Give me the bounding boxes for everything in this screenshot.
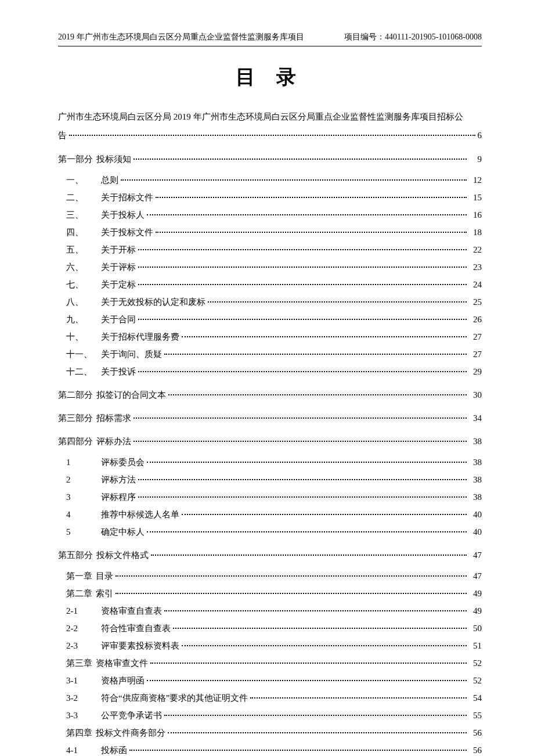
item-label: 符合性审查自查表	[101, 620, 171, 637]
item-number: 六、	[66, 258, 101, 276]
toc-part-header: 第四部分评标办法38	[58, 433, 482, 450]
part-number: 第二部分	[58, 386, 93, 404]
announcement-line2-label: 告	[58, 127, 67, 145]
item-page: 24	[469, 276, 482, 293]
dot-leader	[116, 593, 467, 594]
toc-item: 第三章资格审查文件52	[58, 654, 482, 672]
toc-item: 2评标方法38	[58, 471, 482, 488]
dot-leader	[151, 555, 467, 556]
item-number: 十一、	[66, 345, 101, 363]
toc-item: 3-2符合“供应商资格”要求的其他证明文件54	[58, 689, 482, 707]
item-page: 18	[469, 224, 482, 241]
dot-leader	[121, 179, 467, 181]
toc-announcement: 广州市生态环境局白云区分局 2019 年广州市生态环境局白云区分局重点企业监督性…	[58, 108, 482, 145]
dot-leader	[69, 135, 475, 136]
item-number: 九、	[66, 311, 101, 328]
header-right: 项目编号：440111-201905-101068-0008	[344, 32, 482, 42]
toc-title: 目 录	[58, 64, 482, 91]
item-page: 15	[469, 189, 482, 206]
toc-part-header: 第一部分投标须知9	[58, 150, 482, 168]
item-number: 1	[66, 453, 101, 471]
item-number: 第四章	[66, 724, 92, 741]
toc-item: 2-1资格审查自查表49	[58, 602, 482, 620]
header-rule	[58, 46, 482, 46]
item-page: 38	[469, 453, 482, 471]
dot-leader	[138, 371, 467, 372]
dot-leader	[134, 159, 467, 160]
dot-leader	[147, 531, 467, 532]
item-label: 投标文件商务部分	[96, 724, 165, 741]
item-label: 资格审查文件	[96, 654, 148, 672]
part-page: 47	[469, 546, 482, 564]
item-label: 总则	[101, 171, 118, 189]
item-page: 25	[469, 293, 482, 311]
item-number: 十、	[66, 328, 101, 345]
dot-leader	[182, 336, 467, 337]
item-label: 确定中标人	[101, 523, 145, 541]
item-page: 52	[469, 672, 482, 689]
item-label: 关于投标文件	[101, 224, 153, 241]
dot-leader	[147, 680, 467, 681]
item-number: 十二、	[66, 363, 101, 380]
item-label: 关于投标人	[101, 206, 145, 224]
toc-item: 三、关于投标人16	[58, 206, 482, 224]
dot-leader	[147, 214, 467, 215]
item-number: 三、	[66, 206, 101, 224]
item-page: 22	[469, 241, 482, 258]
toc-item: 第二章索引49	[58, 585, 482, 602]
item-number: 3-1	[66, 672, 101, 689]
toc-item: 八、关于无效投标的认定和废标25	[58, 293, 482, 311]
item-label: 公平竞争承诺书	[101, 707, 162, 724]
dot-leader	[138, 284, 467, 285]
item-number: 3-2	[66, 689, 101, 707]
part-label: 招标需求	[96, 409, 131, 427]
part-label: 投标须知	[96, 150, 131, 168]
part-label: 评标办法	[96, 433, 131, 450]
dot-leader	[164, 715, 467, 716]
item-label: 评标方法	[101, 471, 136, 488]
item-number: 一、	[66, 171, 101, 189]
dot-leader	[138, 267, 467, 268]
item-number: 2-3	[66, 637, 101, 654]
item-label: 索引	[96, 585, 113, 602]
toc-item: 3-3公平竞争承诺书55	[58, 707, 482, 724]
item-number: 四、	[66, 224, 101, 241]
item-number: 七、	[66, 276, 101, 293]
dot-leader	[156, 232, 467, 233]
item-page: 49	[469, 585, 482, 602]
item-page: 49	[469, 602, 482, 620]
item-page: 12	[469, 171, 482, 189]
item-number: 2-1	[66, 602, 101, 620]
item-page: 56	[469, 741, 482, 756]
item-page: 47	[469, 567, 482, 585]
dot-leader	[173, 628, 467, 629]
item-number: 2-2	[66, 620, 101, 637]
item-label: 关于招标代理服务费	[101, 328, 179, 345]
item-page: 40	[469, 523, 482, 541]
item-number: 4-1	[66, 741, 101, 756]
item-number: 第二章	[66, 585, 92, 602]
item-page: 38	[469, 471, 482, 488]
item-label: 关于无效投标的认定和废标	[101, 293, 205, 311]
toc-item: 第一章目录47	[58, 567, 482, 585]
dot-leader	[134, 441, 467, 442]
item-label: 评审要素投标资料表	[101, 637, 179, 654]
toc-part-header: 第三部分招标需求34	[58, 409, 482, 427]
toc-item: 3评标程序38	[58, 488, 482, 506]
toc-item: 2-3评审要素投标资料表51	[58, 637, 482, 654]
item-page: 55	[469, 707, 482, 724]
item-label: 关于招标文件	[101, 189, 153, 206]
dot-leader	[138, 479, 467, 480]
announcement-line1: 广州市生态环境局白云区分局 2019 年广州市生态环境局白云区分局重点企业监督性…	[58, 108, 482, 127]
item-label: 投标函	[101, 741, 127, 756]
toc-item: 十、关于招标代理服务费27	[58, 328, 482, 345]
item-page: 52	[469, 654, 482, 672]
part-page: 30	[469, 386, 482, 404]
toc-item: 十一、关于询问、质疑27	[58, 345, 482, 363]
item-number: 5	[66, 523, 101, 541]
toc-item: 4推荐中标候选人名单40	[58, 506, 482, 523]
toc-item: 十二、关于投诉29	[58, 363, 482, 380]
item-label: 关于询问、质疑	[101, 345, 162, 363]
part-page: 34	[469, 409, 482, 427]
part-page: 9	[469, 150, 482, 168]
